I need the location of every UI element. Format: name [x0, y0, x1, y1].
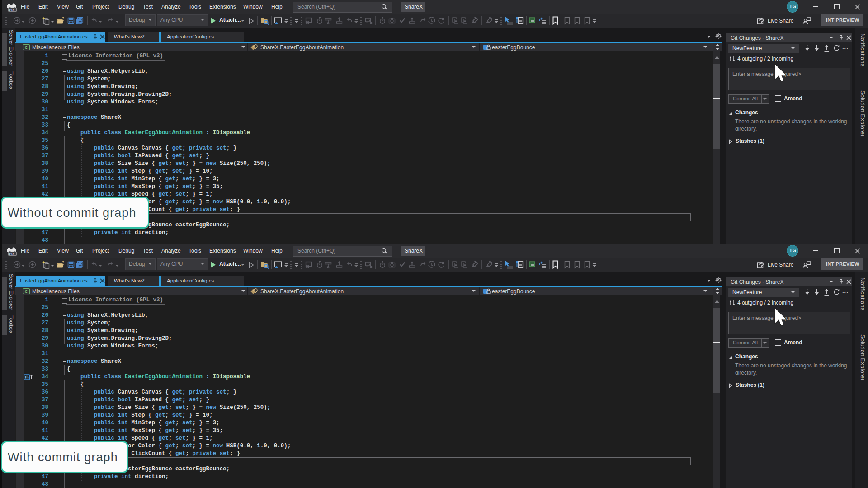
svg-text:C: C [25, 45, 28, 50]
svg-text:PRE: PRE [9, 9, 16, 12]
svg-text:PRE: PRE [9, 253, 16, 256]
svg-text:C: C [25, 289, 28, 294]
